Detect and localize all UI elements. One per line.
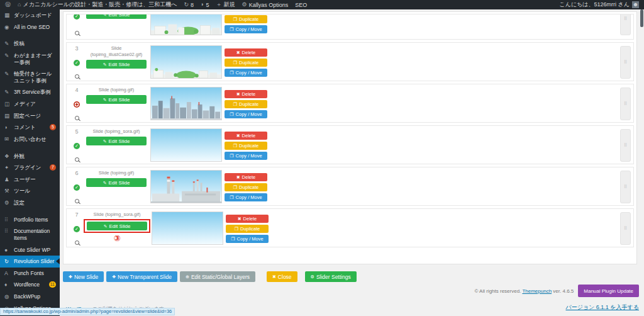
edit-slide-button[interactable]: ✎Edit Slide: [86, 137, 147, 145]
copy-move-button[interactable]: ❐Copy / Move: [225, 69, 267, 77]
duplicate-slide-button[interactable]: ❐Duplicate: [225, 183, 267, 191]
delete-slide-button[interactable]: ✖Delete: [226, 215, 269, 223]
sidebar-item-media[interactable]: ◫メディア: [0, 98, 60, 110]
published-status-icon[interactable]: ✓: [74, 143, 80, 149]
sidebar-item-appearance[interactable]: ❖外観: [0, 150, 60, 162]
slide-thumbnail[interactable]: [150, 14, 222, 35]
sidebar-item-comments[interactable]: ◗コメント5: [0, 121, 60, 133]
seo-label: SEO: [295, 2, 307, 8]
slide-name: Slide (topimg_sora.gif): [93, 212, 140, 218]
sidebar-item-all-in-one-seo[interactable]: ◉All in One SEO: [0, 21, 60, 33]
count-badge: 7: [50, 164, 56, 171]
preview-zoom-icon[interactable]: [75, 199, 79, 203]
themepunch-link[interactable]: Themepunch: [522, 288, 552, 294]
drag-handle[interactable]: ⠿: [620, 46, 631, 79]
published-status-icon[interactable]: ✓: [74, 60, 80, 66]
sidebar-item-posts[interactable]: ✎投稿: [0, 38, 60, 50]
slide-thumbnail[interactable]: [150, 87, 222, 120]
copy-move-button[interactable]: ❐Copy / Move: [225, 110, 267, 118]
slide-thumbnail[interactable]: [152, 212, 223, 245]
annotation-highlight-box: ✎Edit Slide: [84, 219, 150, 233]
slide-thumbnail[interactable]: [150, 170, 222, 203]
sidebar-item-revolution-slider[interactable]: ↻Revolution Slider: [0, 256, 60, 268]
slide-thumbnail[interactable]: [150, 45, 222, 79]
manual-plugin-update-button[interactable]: Manual Plugin Update: [578, 285, 639, 297]
sidebar-item-plugins[interactable]: ✦プラグイン7: [0, 162, 60, 174]
edit-slide-button[interactable]: ✎Edit Slide: [86, 60, 147, 69]
sidebar-item-dashboard[interactable]: ▦ダッシュボード: [0, 9, 60, 21]
sidebar-item-punch-fonts[interactable]: APunch Fonts: [0, 268, 60, 279]
published-status-icon[interactable]: ✓: [74, 184, 80, 191]
duplicate-slide-button[interactable]: ❐Duplicate: [225, 15, 267, 23]
duplicate-slide-button[interactable]: ❐Duplicate: [225, 142, 267, 150]
delete-slide-button[interactable]: ✖Delete: [225, 132, 267, 140]
site-name-link[interactable]: ⌂ メカニカルシールの設計・製造・販売・修理は、三和工機へ: [18, 1, 177, 9]
drag-handle[interactable]: ⠿: [620, 87, 631, 120]
sidebar-item-cute-slider-wp[interactable]: ●Cute Slider WP: [0, 244, 60, 256]
edit-static-global-layers-button[interactable]: ⊕ Edit Static/Global Layers: [180, 271, 255, 282]
sidebar-item-wordfence[interactable]: ♦Wordfence11: [0, 279, 60, 291]
published-status-icon[interactable]: ✓: [74, 226, 80, 232]
kallyas-options-link[interactable]: ⚙ Kallyas Options: [242, 2, 289, 8]
preview-zoom-icon[interactable]: [75, 240, 79, 245]
sidebar-item-3r-service-jirei[interactable]: ✎3R Service事例: [0, 86, 60, 98]
edit-slide-button[interactable]: ✎Edit Slide: [86, 95, 147, 104]
sidebar-item-tools[interactable]: ⚒ツール: [0, 185, 60, 197]
new-transparent-slide-button[interactable]: ✚ New Transparent Slide: [106, 271, 177, 282]
new-content-link[interactable]: ＋ 新規: [216, 1, 235, 9]
avatar[interactable]: ☻: [632, 1, 639, 8]
delete-slide-button[interactable]: ✖Delete: [225, 173, 267, 181]
edit-slide-button[interactable]: ✎Edit Slide: [86, 14, 147, 19]
sidebar-item-portfolio-items[interactable]: ⠿Portfolio Items: [0, 214, 60, 226]
sidebar-item-backwpup[interactable]: ◍BackWPup: [0, 291, 60, 303]
comments-link[interactable]: ◗ 5: [201, 2, 209, 8]
copy-move-label: Copy / Move: [236, 26, 262, 32]
copy-move-button[interactable]: ❐Copy / Move: [225, 193, 267, 201]
slide-row: 4Slide (topimg.gif)✎Edit Slide✖Delete❐Du…: [66, 84, 634, 123]
edit-slide-button[interactable]: ✎Edit Slide: [86, 178, 147, 187]
copy-move-button[interactable]: ❐Copy / Move: [226, 235, 269, 243]
sidebar-item-users[interactable]: ♟ユーザー: [0, 174, 60, 186]
duplicate-slide-button[interactable]: ❐Duplicate: [225, 59, 267, 67]
copy-icon: ❐: [231, 237, 235, 241]
preview-zoom-icon[interactable]: [75, 116, 79, 120]
trash-icon: ✖: [236, 50, 240, 55]
slide-thumbnail[interactable]: [150, 128, 222, 162]
sidebar-item-wagamama-order-jirei[interactable]: ✎わがままオーダー事例: [0, 50, 60, 68]
get-version-link[interactable]: バージョン 6.1.1 を入手する: [566, 304, 640, 310]
updates-link[interactable]: ↻ 8: [184, 2, 194, 8]
wordpress-logo[interactable]: Ⓦ: [5, 2, 11, 8]
scrollbar-thumb[interactable]: [640, 9, 643, 27]
copy-move-button[interactable]: ❐Copy / Move: [225, 152, 267, 160]
duplicate-slide-button[interactable]: ❐Duplicate: [225, 100, 267, 108]
new-slide-button[interactable]: ✚ New Slide: [63, 271, 104, 282]
drag-handle[interactable]: ⠿: [620, 14, 631, 35]
edit-button-wrap: ✎Edit Slide: [86, 60, 147, 69]
user-greeting[interactable]: こんにちは、5126mrri さん: [560, 1, 630, 9]
sidebar-item-documentation-items[interactable]: ⠿Documentation Items: [0, 225, 60, 244]
preview-zoom-icon[interactable]: [75, 31, 79, 35]
font-icon: A: [4, 270, 11, 277]
published-status-icon[interactable]: ✓: [74, 14, 80, 20]
preview-zoom-icon[interactable]: [75, 74, 79, 79]
copy-icon: ❐: [233, 144, 237, 148]
duplicate-slide-button[interactable]: ❐Duplicate: [226, 225, 269, 233]
slider-settings-button[interactable]: ⚙ Slider Settings: [305, 271, 357, 282]
unpublished-status-icon[interactable]: [74, 101, 80, 108]
close-button[interactable]: ✖ Close: [267, 271, 297, 282]
drag-handle[interactable]: ⠿: [620, 171, 631, 203]
drag-handle[interactable]: ⠿: [620, 129, 631, 162]
edit-slide-button[interactable]: ✎Edit Slide: [87, 222, 147, 230]
sidebar-item-jikuuke-seal-unit-jirei[interactable]: ✎軸受付きシールユニット事例: [0, 68, 60, 86]
copy-move-button[interactable]: ❐Copy / Move: [225, 25, 267, 33]
sidebar-item-pages[interactable]: ▤固定ページ: [0, 110, 60, 122]
site-name: メカニカルシールの設計・製造・販売・修理は、三和工機へ: [23, 1, 177, 9]
sidebar-item-settings[interactable]: ⚙設定: [0, 197, 60, 209]
annotation-step-number: ③: [113, 234, 120, 242]
seo-link[interactable]: SEO: [295, 2, 307, 8]
delete-slide-button[interactable]: ✖Delete: [225, 90, 267, 98]
drag-handle[interactable]: ⠿: [620, 212, 631, 245]
delete-slide-button[interactable]: ✖Delete: [225, 48, 267, 57]
preview-zoom-icon[interactable]: [75, 157, 79, 162]
sidebar-item-contact[interactable]: ✉お問い合わせ: [0, 133, 60, 145]
